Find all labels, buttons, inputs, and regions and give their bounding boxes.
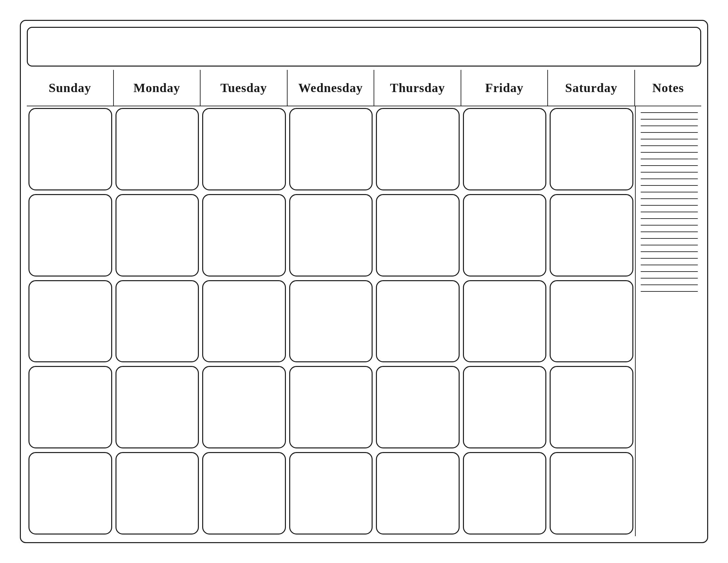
day-cell-3-2[interactable] — [115, 280, 199, 363]
calendar-row-5 — [27, 450, 635, 536]
day-cell-1-2[interactable] — [115, 108, 199, 190]
note-line-13[interactable] — [641, 192, 698, 192]
day-cell-1-7[interactable] — [550, 108, 633, 190]
title-bar[interactable] — [27, 27, 701, 67]
note-line-25[interactable] — [641, 271, 698, 272]
day-cell-2-6[interactable] — [463, 194, 547, 276]
note-line-23[interactable] — [641, 258, 698, 258]
day-cell-3-7[interactable] — [550, 280, 633, 363]
note-line-3[interactable] — [641, 125, 698, 126]
calendar-row-1 — [27, 106, 635, 192]
note-line-10[interactable] — [641, 172, 698, 172]
note-line-1[interactable] — [641, 112, 698, 113]
note-line-27[interactable] — [641, 285, 698, 285]
header-wednesday: Wednesday — [288, 70, 375, 106]
header-notes: Notes — [635, 70, 701, 106]
header-saturday: Saturday — [548, 70, 635, 106]
note-line-8[interactable] — [641, 159, 698, 159]
day-cell-5-5[interactable] — [376, 452, 460, 535]
day-cell-3-3[interactable] — [202, 280, 286, 363]
calendar-wrapper: Sunday Monday Tuesday Wednesday Thursday… — [20, 20, 708, 543]
day-cell-3-1[interactable] — [28, 280, 112, 363]
day-cell-4-3[interactable] — [202, 366, 286, 448]
note-line-5[interactable] — [641, 139, 698, 139]
day-cell-1-5[interactable] — [376, 108, 460, 190]
note-line-24[interactable] — [641, 264, 698, 265]
header-thursday: Thursday — [374, 70, 461, 106]
note-line-20[interactable] — [641, 238, 698, 239]
day-cell-5-6[interactable] — [463, 452, 547, 535]
day-cell-4-2[interactable] — [115, 366, 199, 448]
day-cell-4-5[interactable] — [376, 366, 460, 448]
note-line-9[interactable] — [641, 165, 698, 166]
note-line-19[interactable] — [641, 231, 698, 232]
day-cell-5-2[interactable] — [115, 452, 199, 535]
note-line-15[interactable] — [641, 205, 698, 206]
day-cell-2-4[interactable] — [289, 194, 373, 276]
day-cell-2-1[interactable] — [28, 194, 112, 276]
calendar-body: Sunday Monday Tuesday Wednesday Thursday… — [27, 70, 701, 536]
note-line-28[interactable] — [641, 291, 698, 292]
day-cell-1-6[interactable] — [463, 108, 547, 190]
note-line-16[interactable] — [641, 211, 698, 212]
day-cell-1-3[interactable] — [202, 108, 286, 190]
note-line-7[interactable] — [641, 152, 698, 153]
header-tuesday: Tuesday — [201, 70, 288, 106]
day-cell-4-4[interactable] — [289, 366, 373, 448]
day-cell-2-2[interactable] — [115, 194, 199, 276]
note-line-12[interactable] — [641, 185, 698, 186]
note-line-2[interactable] — [641, 119, 698, 119]
calendar-row-4 — [27, 364, 635, 450]
day-cell-4-1[interactable] — [28, 366, 112, 448]
header-monday: Monday — [114, 70, 201, 106]
day-cell-5-7[interactable] — [550, 452, 633, 535]
note-line-21[interactable] — [641, 245, 698, 245]
day-cell-3-6[interactable] — [463, 280, 547, 363]
day-cell-2-5[interactable] — [376, 194, 460, 276]
note-line-4[interactable] — [641, 132, 698, 133]
note-line-14[interactable] — [641, 198, 698, 199]
day-cell-5-4[interactable] — [289, 452, 373, 535]
note-line-22[interactable] — [641, 251, 698, 252]
day-cell-4-7[interactable] — [550, 366, 633, 448]
day-cell-3-4[interactable] — [289, 280, 373, 363]
notes-column — [635, 106, 701, 536]
day-cell-4-6[interactable] — [463, 366, 547, 448]
day-cell-1-1[interactable] — [28, 108, 112, 190]
note-line-11[interactable] — [641, 178, 698, 179]
day-cell-5-1[interactable] — [28, 452, 112, 535]
header-sunday: Sunday — [27, 70, 114, 106]
days-grid — [27, 106, 635, 536]
calendar-row-3 — [27, 278, 635, 365]
calendar-row-2 — [27, 192, 635, 278]
header-row: Sunday Monday Tuesday Wednesday Thursday… — [27, 70, 701, 106]
day-cell-3-5[interactable] — [376, 280, 460, 363]
note-line-6[interactable] — [641, 145, 698, 146]
note-line-18[interactable] — [641, 225, 698, 225]
header-friday: Friday — [461, 70, 548, 106]
day-cell-5-3[interactable] — [202, 452, 286, 535]
day-cell-1-4[interactable] — [289, 108, 373, 190]
note-line-26[interactable] — [641, 278, 698, 278]
note-line-17[interactable] — [641, 218, 698, 219]
grid-area — [27, 106, 701, 536]
day-cell-2-3[interactable] — [202, 194, 286, 276]
day-cell-2-7[interactable] — [550, 194, 633, 276]
